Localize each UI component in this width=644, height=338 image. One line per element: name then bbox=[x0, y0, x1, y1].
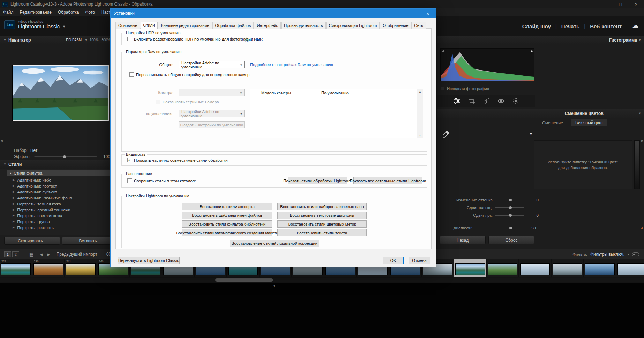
slider-handle[interactable] bbox=[509, 199, 512, 201]
collapse-right-panel-icon[interactable]: ▶ bbox=[641, 139, 644, 142]
menu-edit[interactable]: Редактирование bbox=[17, 10, 55, 15]
restore-text-templates-button[interactable]: Восстановить текстовые шаблоны bbox=[277, 212, 367, 219]
filmstrip-scrollbar-thumb[interactable] bbox=[215, 278, 273, 282]
column-default[interactable]: По умолчанию bbox=[319, 89, 402, 96]
filmstrip-thumb[interactable]: 229 bbox=[0, 259, 32, 277]
preset-group[interactable]: ▶Адаптивный: Размытие фона bbox=[0, 195, 118, 201]
crop-icon[interactable] bbox=[468, 97, 475, 105]
tab-external-editing[interactable]: Внешнее редактирование bbox=[158, 22, 212, 29]
restore-export-presets-button[interactable]: Восстановить стили экспорта bbox=[182, 203, 272, 210]
tab-performance[interactable]: Производительность bbox=[281, 22, 326, 29]
filmstrip-thumb[interactable] bbox=[616, 259, 644, 277]
close-button[interactable]: × bbox=[628, 0, 644, 8]
expand-icon[interactable]: ▶ bbox=[13, 226, 15, 229]
collapse-icon[interactable]: ▼ bbox=[3, 163, 6, 166]
tab-general[interactable]: Основные bbox=[115, 22, 140, 29]
expand-icon[interactable]: ▶ bbox=[13, 202, 15, 205]
slider-handle[interactable] bbox=[509, 206, 512, 209]
restore-keyword-sets-button[interactable]: Восстановить стили наборов ключевых слов bbox=[277, 203, 367, 210]
lum-shift-slider[interactable] bbox=[495, 215, 524, 216]
expand-icon[interactable]: ▶ bbox=[13, 214, 15, 217]
thumb-image[interactable] bbox=[1, 263, 31, 275]
zoom-300[interactable]: 300% bbox=[101, 38, 110, 42]
grid-view-icon[interactable]: ▦ bbox=[29, 252, 33, 257]
filmstrip-thumb[interactable] bbox=[487, 259, 518, 277]
collapse-left-panel-icon[interactable]: ◀ bbox=[0, 139, 3, 142]
preset-group[interactable]: ▶Портреты: резкость bbox=[0, 225, 118, 230]
column-blank[interactable] bbox=[250, 89, 259, 96]
show-develop-presets-button[interactable]: Показать стили обработки Lightroom bbox=[288, 177, 347, 184]
monitor-2-button[interactable]: 2 bbox=[12, 251, 19, 257]
thumb-image[interactable] bbox=[33, 263, 63, 275]
navigator-preview[interactable] bbox=[13, 65, 109, 121]
expand-icon[interactable]: ▶ bbox=[13, 190, 15, 193]
tab-network[interactable]: Сеть bbox=[411, 22, 426, 29]
store-presets-checkbox[interactable]: Сохранить стили в этом каталоге bbox=[127, 178, 196, 183]
tab-presets[interactable]: Стили bbox=[141, 22, 158, 29]
expand-icon[interactable]: ▶ bbox=[13, 178, 15, 182]
paste-button[interactable]: Вставить bbox=[62, 237, 114, 245]
filmstrip-scrollbar[interactable] bbox=[0, 278, 644, 282]
swatch-expander-icon[interactable]: ▼ bbox=[529, 131, 533, 136]
expand-icon[interactable]: ▶ bbox=[13, 196, 15, 199]
filmstrip-thumb[interactable] bbox=[552, 259, 583, 277]
slider-value[interactable]: 0 bbox=[527, 198, 539, 202]
thumb-image[interactable] bbox=[585, 263, 615, 275]
module-web[interactable]: Веб-контент bbox=[590, 23, 622, 29]
module-print[interactable]: Печать bbox=[561, 23, 579, 29]
expand-icon[interactable]: ▶ bbox=[13, 184, 15, 188]
monitor-1-button[interactable]: 1 bbox=[4, 251, 11, 257]
cloud-sync-icon[interactable]: ☁ bbox=[632, 22, 638, 29]
sat-shift-slider[interactable] bbox=[495, 207, 524, 208]
filter-toggle-icon[interactable] bbox=[632, 252, 639, 256]
restore-filename-templates-button[interactable]: Восстановить шаблоны имен файлов bbox=[182, 212, 272, 219]
tab-display[interactable]: Отображение bbox=[380, 22, 411, 29]
preset-group[interactable]: ▶Портреты: темная кожа bbox=[0, 201, 118, 207]
preset-group[interactable]: ▶Портреты: группа bbox=[0, 219, 118, 225]
checkbox-box[interactable] bbox=[129, 72, 134, 77]
navigator-header[interactable]: ▼ Навигатор ПО РАЗМ. ▾ 100% 300% ▾ bbox=[0, 36, 118, 44]
thumb-image[interactable] bbox=[520, 263, 550, 275]
tab-interface[interactable]: Интерфейс bbox=[254, 22, 281, 29]
filmstrip-thumb[interactable]: 236 bbox=[32, 259, 64, 277]
tab-lightroom-sync[interactable]: Синхронизация Lightroom bbox=[326, 22, 380, 29]
previous-photo-icon[interactable]: ◀ bbox=[40, 252, 43, 256]
filmstrip-thumb[interactable] bbox=[519, 259, 551, 277]
show-compatible-checkbox[interactable]: ✓ Показать частично совместимые стили об… bbox=[127, 158, 228, 162]
menu-file[interactable]: Файл bbox=[0, 10, 17, 15]
menu-develop[interactable]: Обработка bbox=[55, 10, 82, 15]
filter-caret-icon[interactable]: ▾ bbox=[628, 253, 629, 256]
restore-text-presets-button[interactable]: Восстановить стили текста bbox=[277, 229, 367, 236]
collapse-icon[interactable]: ▼ bbox=[3, 38, 6, 42]
restore-local-adjustment-presets-button[interactable]: Восстановление стилей локальной коррекци… bbox=[230, 240, 319, 247]
source-indicator[interactable]: Предыдущий импорт bbox=[57, 252, 97, 257]
preset-group[interactable]: ▶Адаптивный: субъект bbox=[0, 189, 118, 195]
thumb-image[interactable] bbox=[488, 263, 517, 275]
original-checkbox[interactable] bbox=[441, 87, 444, 90]
cancel-button[interactable]: Отмена bbox=[409, 257, 430, 264]
restore-color-label-presets-button[interactable]: Восстановить стили цветовых меток bbox=[277, 220, 367, 228]
checkbox-box[interactable] bbox=[127, 37, 132, 41]
ok-button[interactable]: OK bbox=[383, 257, 404, 264]
preset-group[interactable]: ▶Адаптивный: портрет bbox=[0, 183, 118, 189]
dialog-close-button[interactable]: × bbox=[420, 9, 436, 18]
filmstrip-thumb[interactable] bbox=[584, 259, 616, 277]
brand-caret-icon[interactable]: ▼ bbox=[62, 25, 66, 28]
list-scrollbar[interactable]: ▲ ▼ bbox=[417, 89, 423, 138]
slider-handle[interactable] bbox=[509, 214, 512, 217]
copy-button[interactable]: Скопировать... bbox=[4, 237, 60, 245]
tab-file-handling[interactable]: Обработка файлов bbox=[212, 22, 254, 29]
presets-header[interactable]: ▼ Стили + bbox=[0, 160, 118, 169]
hdr-learn-more-link[interactable]: Подробнее... bbox=[240, 37, 264, 42]
filter-value-dropdown[interactable]: Фильтры выключ. bbox=[590, 252, 624, 257]
preset-group[interactable]: ▶Адаптивный: небо bbox=[0, 177, 118, 183]
red-eye-icon[interactable] bbox=[497, 97, 505, 105]
show-other-presets-button[interactable]: Показать все остальные стили Lightroom bbox=[353, 177, 422, 184]
slider-value[interactable]: 0 bbox=[527, 213, 539, 218]
range-slider[interactable] bbox=[475, 228, 521, 228]
expand-icon[interactable]: ▶ bbox=[13, 220, 15, 223]
filmstrip-thumb[interactable]: 241 bbox=[65, 259, 97, 277]
camera-defaults-list[interactable]: Модель камеры По умолчанию ▲ ▼ bbox=[250, 89, 423, 138]
eyedropper-icon[interactable] bbox=[442, 129, 451, 138]
slider-handle[interactable] bbox=[509, 227, 512, 229]
